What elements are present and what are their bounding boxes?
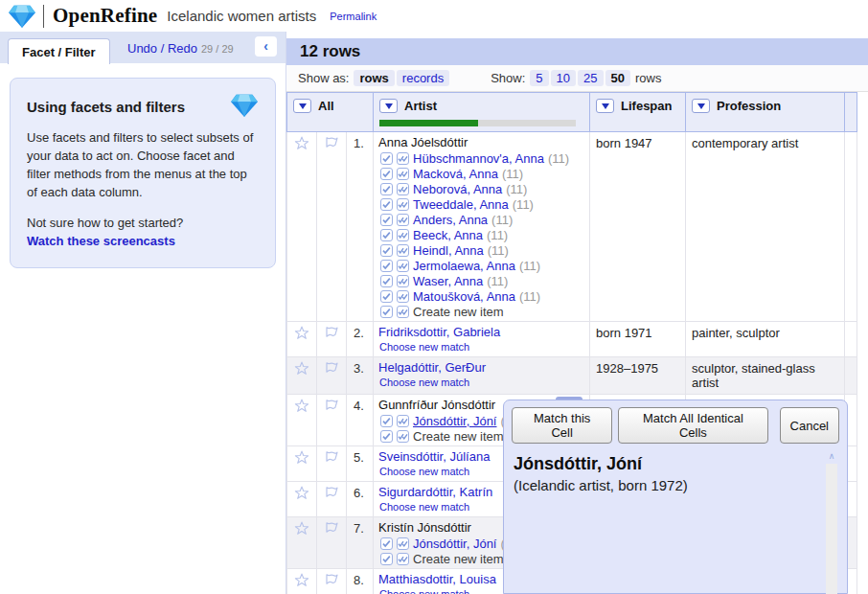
row-index: 6. [347,482,374,517]
match-all-checkbox-icon[interactable] [397,415,409,427]
match-all-checkbox-icon[interactable] [397,214,409,226]
undo-count: 29 / 29 [201,43,234,55]
match-all-checkbox-icon[interactable] [397,244,409,257]
star-cell[interactable] [287,357,317,395]
match-all-checkbox-icon[interactable] [397,553,409,565]
match-this-checkbox-icon[interactable] [380,430,393,443]
match-all-checkbox-icon[interactable] [397,183,409,195]
choose-new-match-link[interactable]: Choose new match [379,377,585,388]
artist-name[interactable]: Fridriksdottir, Gabriela [378,325,585,340]
page-size-25[interactable]: 25 [578,70,603,86]
candidate-link[interactable]: Jónsdóttir, Jóní [413,414,496,428]
flag-cell[interactable] [317,132,347,322]
preview-scrollbar[interactable]: ∧ [826,450,837,594]
flag-cell[interactable] [317,446,347,482]
match-this-checkbox-icon[interactable] [380,183,393,195]
artist-name[interactable]: Helgadóttir, GerÐur [378,360,585,376]
candidate-link[interactable]: Macková, Anna [413,167,498,181]
star-cell[interactable] [287,517,317,569]
filler-cell [845,132,857,322]
chevron-down-icon [385,103,393,109]
candidate-link[interactable]: Jónsdóttir, Jóní [413,537,496,551]
flag-cell[interactable] [317,357,347,395]
column-header-filler [845,93,857,132]
star-icon [294,136,309,150]
candidate-line: Hübschmannov'a, Anna(11) [380,150,585,166]
candidate-link[interactable]: Beeck, Anna [413,228,483,242]
mode-records-button[interactable]: records [397,70,449,86]
match-all-checkbox-icon[interactable] [397,275,409,287]
flag-cell[interactable] [317,395,347,446]
match-this-checkbox-icon[interactable] [380,244,393,257]
openrefine-app: OpenRefine Icelandic women artists Perma… [0,0,868,594]
candidate-count: (11) [487,228,508,242]
match-all-checkbox-icon[interactable] [397,229,409,241]
flag-cell[interactable] [317,322,347,357]
match-all-checkbox-icon[interactable] [397,152,409,165]
match-this-checkbox-icon[interactable] [380,198,393,211]
artist-name: Anna Jóelsdóttir [378,135,585,150]
mode-rows-button[interactable]: rows [354,70,394,86]
star-cell[interactable] [287,132,317,322]
profession-column-menu-button[interactable] [692,99,710,113]
match-all-checkbox-icon[interactable] [397,306,409,318]
candidate-link[interactable]: Tweeddale, Anna [413,197,509,212]
tab-undo-redo[interactable]: Undo / Redo29 / 29 [127,41,234,56]
candidate-link[interactable]: Heindl, Anna [413,243,484,258]
scroll-up-icon[interactable]: ∧ [826,450,837,464]
unit-label: rows [635,71,661,85]
artist-column-menu-button[interactable] [379,99,398,113]
star-cell[interactable] [287,569,317,594]
permalink-link[interactable]: Permalink [330,11,377,22]
match-all-checkbox-icon[interactable] [397,537,409,550]
tab-undo-redo-label: Undo / Redo [127,41,197,56]
candidate-preview: Jónsdóttir, Jóní (Icelandic artist, born… [514,450,837,594]
star-cell[interactable] [287,482,317,517]
candidate-link[interactable]: Anders, Anna [413,213,488,227]
lifespan-column-menu-button[interactable] [596,99,614,113]
match-this-checkbox-icon[interactable] [380,415,393,427]
help-box: Using facets and filters Use facets and … [10,78,276,268]
sidebar-collapse-button[interactable]: ‹ [255,36,277,57]
match-this-checkbox-icon[interactable] [380,260,393,272]
match-all-identical-cells-button[interactable]: Match All Identical Cells [618,407,767,444]
choose-new-match-link[interactable]: Choose new match [379,341,585,353]
screencasts-link[interactable]: Watch these screencasts [27,233,259,251]
match-all-checkbox-icon[interactable] [397,168,409,180]
candidate-link[interactable]: Matoušková, Anna [413,289,515,304]
chevron-down-icon [299,103,307,109]
match-all-checkbox-icon[interactable] [397,430,409,443]
match-this-checkbox-icon[interactable] [380,306,393,318]
filler-cell [845,357,857,395]
star-cell[interactable] [287,322,317,357]
star-cell[interactable] [287,446,317,482]
match-this-cell-button[interactable]: Match this Cell [512,407,612,444]
cancel-button[interactable]: Cancel [780,407,839,444]
candidate-link[interactable]: Hübschmannov'a, Anna [413,151,544,166]
match-all-checkbox-icon[interactable] [397,260,409,272]
match-all-checkbox-icon[interactable] [397,290,409,303]
page-size-10[interactable]: 10 [551,70,576,86]
page-size-5[interactable]: 5 [530,70,548,86]
candidate-link[interactable]: Waser, Anna [413,274,483,288]
match-this-checkbox-icon[interactable] [380,290,393,303]
star-cell[interactable] [287,395,317,446]
all-column-menu-button[interactable] [293,99,311,113]
flag-cell[interactable] [317,517,347,569]
match-this-checkbox-icon[interactable] [380,229,393,241]
match-this-checkbox-icon[interactable] [380,553,393,565]
match-this-checkbox-icon[interactable] [380,275,393,287]
tab-facet-filter[interactable]: Facet / Filter [8,38,110,64]
candidate-link[interactable]: Neborová, Anna [413,182,502,196]
candidate-link[interactable]: Jermolaewa, Anna [413,259,515,273]
match-this-checkbox-icon[interactable] [380,214,393,226]
flag-cell[interactable] [317,482,347,517]
match-this-checkbox-icon[interactable] [380,168,393,180]
match-this-checkbox-icon[interactable] [380,152,393,165]
row-index: 2. [347,322,374,357]
flag-cell[interactable] [317,569,347,594]
page-size-50[interactable]: 50 [605,70,630,86]
match-all-checkbox-icon[interactable] [397,198,409,211]
row-index: 4. [347,395,374,446]
match-this-checkbox-icon[interactable] [380,537,393,550]
